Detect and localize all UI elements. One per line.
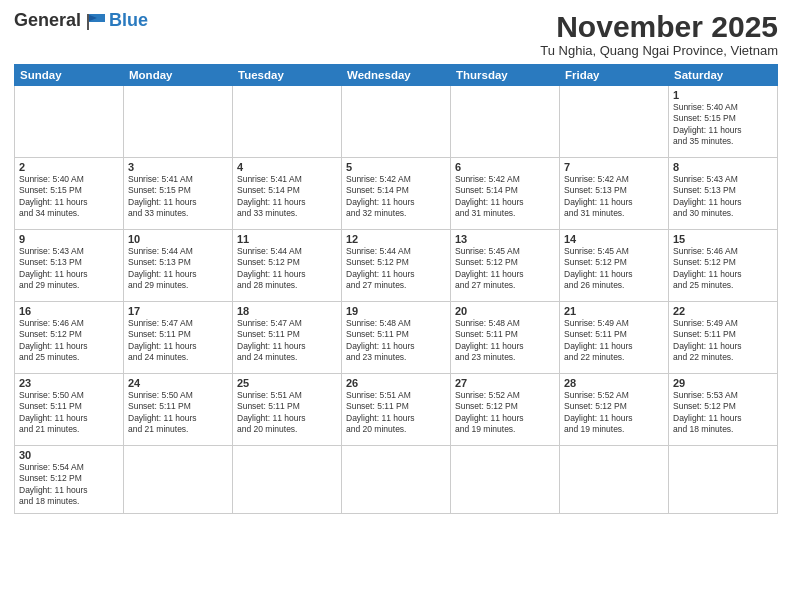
- location-subtitle: Tu Nghia, Quang Ngai Province, Vietnam: [540, 43, 778, 58]
- day-number: 18: [237, 305, 337, 317]
- table-row: 19Sunrise: 5:48 AM Sunset: 5:11 PM Dayli…: [342, 302, 451, 374]
- day-number: 10: [128, 233, 228, 245]
- day-info: Sunrise: 5:45 AM Sunset: 5:12 PM Dayligh…: [455, 246, 555, 292]
- day-info: Sunrise: 5:50 AM Sunset: 5:11 PM Dayligh…: [128, 390, 228, 436]
- title-area: November 2025 Tu Nghia, Quang Ngai Provi…: [540, 10, 778, 58]
- header: General Blue November 2025 Tu Nghia, Qua…: [14, 10, 778, 58]
- table-row: 10Sunrise: 5:44 AM Sunset: 5:13 PM Dayli…: [124, 230, 233, 302]
- table-row: 5Sunrise: 5:42 AM Sunset: 5:14 PM Daylig…: [342, 158, 451, 230]
- day-number: 8: [673, 161, 773, 173]
- col-tuesday: Tuesday: [233, 65, 342, 86]
- day-number: 14: [564, 233, 664, 245]
- table-row: 12Sunrise: 5:44 AM Sunset: 5:12 PM Dayli…: [342, 230, 451, 302]
- day-info: Sunrise: 5:46 AM Sunset: 5:12 PM Dayligh…: [673, 246, 773, 292]
- day-number: 6: [455, 161, 555, 173]
- calendar-header-row: Sunday Monday Tuesday Wednesday Thursday…: [15, 65, 778, 86]
- table-row: [124, 446, 233, 514]
- table-row: 2Sunrise: 5:40 AM Sunset: 5:15 PM Daylig…: [15, 158, 124, 230]
- col-saturday: Saturday: [669, 65, 778, 86]
- calendar-table: Sunday Monday Tuesday Wednesday Thursday…: [14, 64, 778, 514]
- table-row: 18Sunrise: 5:47 AM Sunset: 5:11 PM Dayli…: [233, 302, 342, 374]
- day-info: Sunrise: 5:54 AM Sunset: 5:12 PM Dayligh…: [19, 462, 119, 508]
- col-thursday: Thursday: [451, 65, 560, 86]
- day-number: 4: [237, 161, 337, 173]
- day-info: Sunrise: 5:43 AM Sunset: 5:13 PM Dayligh…: [19, 246, 119, 292]
- table-row: 7Sunrise: 5:42 AM Sunset: 5:13 PM Daylig…: [560, 158, 669, 230]
- table-row: 27Sunrise: 5:52 AM Sunset: 5:12 PM Dayli…: [451, 374, 560, 446]
- svg-rect-2: [87, 14, 89, 30]
- table-row: 22Sunrise: 5:49 AM Sunset: 5:11 PM Dayli…: [669, 302, 778, 374]
- day-info: Sunrise: 5:48 AM Sunset: 5:11 PM Dayligh…: [455, 318, 555, 364]
- day-number: 25: [237, 377, 337, 389]
- table-row: 1Sunrise: 5:40 AM Sunset: 5:15 PM Daylig…: [669, 86, 778, 158]
- day-info: Sunrise: 5:48 AM Sunset: 5:11 PM Dayligh…: [346, 318, 446, 364]
- day-info: Sunrise: 5:49 AM Sunset: 5:11 PM Dayligh…: [673, 318, 773, 364]
- calendar-week-row: 30Sunrise: 5:54 AM Sunset: 5:12 PM Dayli…: [15, 446, 778, 514]
- table-row: 21Sunrise: 5:49 AM Sunset: 5:11 PM Dayli…: [560, 302, 669, 374]
- day-number: 16: [19, 305, 119, 317]
- day-number: 11: [237, 233, 337, 245]
- day-info: Sunrise: 5:42 AM Sunset: 5:14 PM Dayligh…: [455, 174, 555, 220]
- table-row: 29Sunrise: 5:53 AM Sunset: 5:12 PM Dayli…: [669, 374, 778, 446]
- table-row: 4Sunrise: 5:41 AM Sunset: 5:14 PM Daylig…: [233, 158, 342, 230]
- table-row: 6Sunrise: 5:42 AM Sunset: 5:14 PM Daylig…: [451, 158, 560, 230]
- table-row: [342, 86, 451, 158]
- day-number: 15: [673, 233, 773, 245]
- day-number: 20: [455, 305, 555, 317]
- day-info: Sunrise: 5:52 AM Sunset: 5:12 PM Dayligh…: [455, 390, 555, 436]
- table-row: [233, 446, 342, 514]
- table-row: 24Sunrise: 5:50 AM Sunset: 5:11 PM Dayli…: [124, 374, 233, 446]
- logo-flag-icon: [85, 12, 107, 30]
- day-info: Sunrise: 5:42 AM Sunset: 5:13 PM Dayligh…: [564, 174, 664, 220]
- day-number: 21: [564, 305, 664, 317]
- day-number: 24: [128, 377, 228, 389]
- table-row: [233, 86, 342, 158]
- day-number: 30: [19, 449, 119, 461]
- logo-area: General Blue: [14, 10, 148, 31]
- day-info: Sunrise: 5:40 AM Sunset: 5:15 PM Dayligh…: [19, 174, 119, 220]
- table-row: 30Sunrise: 5:54 AM Sunset: 5:12 PM Dayli…: [15, 446, 124, 514]
- table-row: 11Sunrise: 5:44 AM Sunset: 5:12 PM Dayli…: [233, 230, 342, 302]
- day-info: Sunrise: 5:50 AM Sunset: 5:11 PM Dayligh…: [19, 390, 119, 436]
- table-row: [560, 446, 669, 514]
- logo-blue-text: Blue: [109, 10, 148, 31]
- day-info: Sunrise: 5:43 AM Sunset: 5:13 PM Dayligh…: [673, 174, 773, 220]
- day-info: Sunrise: 5:51 AM Sunset: 5:11 PM Dayligh…: [346, 390, 446, 436]
- day-number: 7: [564, 161, 664, 173]
- day-number: 1: [673, 89, 773, 101]
- day-number: 26: [346, 377, 446, 389]
- calendar-week-row: 9Sunrise: 5:43 AM Sunset: 5:13 PM Daylig…: [15, 230, 778, 302]
- day-info: Sunrise: 5:41 AM Sunset: 5:14 PM Dayligh…: [237, 174, 337, 220]
- table-row: 15Sunrise: 5:46 AM Sunset: 5:12 PM Dayli…: [669, 230, 778, 302]
- calendar-week-row: 16Sunrise: 5:46 AM Sunset: 5:12 PM Dayli…: [15, 302, 778, 374]
- day-number: 12: [346, 233, 446, 245]
- logo: General Blue: [14, 10, 148, 31]
- table-row: 26Sunrise: 5:51 AM Sunset: 5:11 PM Dayli…: [342, 374, 451, 446]
- day-number: 2: [19, 161, 119, 173]
- day-info: Sunrise: 5:47 AM Sunset: 5:11 PM Dayligh…: [237, 318, 337, 364]
- day-info: Sunrise: 5:40 AM Sunset: 5:15 PM Dayligh…: [673, 102, 773, 148]
- day-number: 29: [673, 377, 773, 389]
- col-monday: Monday: [124, 65, 233, 86]
- table-row: 17Sunrise: 5:47 AM Sunset: 5:11 PM Dayli…: [124, 302, 233, 374]
- table-row: 14Sunrise: 5:45 AM Sunset: 5:12 PM Dayli…: [560, 230, 669, 302]
- day-number: 22: [673, 305, 773, 317]
- table-row: [451, 446, 560, 514]
- table-row: [451, 86, 560, 158]
- month-title: November 2025: [540, 10, 778, 43]
- table-row: 8Sunrise: 5:43 AM Sunset: 5:13 PM Daylig…: [669, 158, 778, 230]
- day-number: 5: [346, 161, 446, 173]
- day-info: Sunrise: 5:49 AM Sunset: 5:11 PM Dayligh…: [564, 318, 664, 364]
- table-row: 23Sunrise: 5:50 AM Sunset: 5:11 PM Dayli…: [15, 374, 124, 446]
- day-info: Sunrise: 5:46 AM Sunset: 5:12 PM Dayligh…: [19, 318, 119, 364]
- col-wednesday: Wednesday: [342, 65, 451, 86]
- day-info: Sunrise: 5:51 AM Sunset: 5:11 PM Dayligh…: [237, 390, 337, 436]
- col-sunday: Sunday: [15, 65, 124, 86]
- calendar-week-row: 23Sunrise: 5:50 AM Sunset: 5:11 PM Dayli…: [15, 374, 778, 446]
- logo-general-text: General: [14, 10, 81, 31]
- day-info: Sunrise: 5:41 AM Sunset: 5:15 PM Dayligh…: [128, 174, 228, 220]
- day-info: Sunrise: 5:42 AM Sunset: 5:14 PM Dayligh…: [346, 174, 446, 220]
- day-info: Sunrise: 5:52 AM Sunset: 5:12 PM Dayligh…: [564, 390, 664, 436]
- day-info: Sunrise: 5:44 AM Sunset: 5:13 PM Dayligh…: [128, 246, 228, 292]
- col-friday: Friday: [560, 65, 669, 86]
